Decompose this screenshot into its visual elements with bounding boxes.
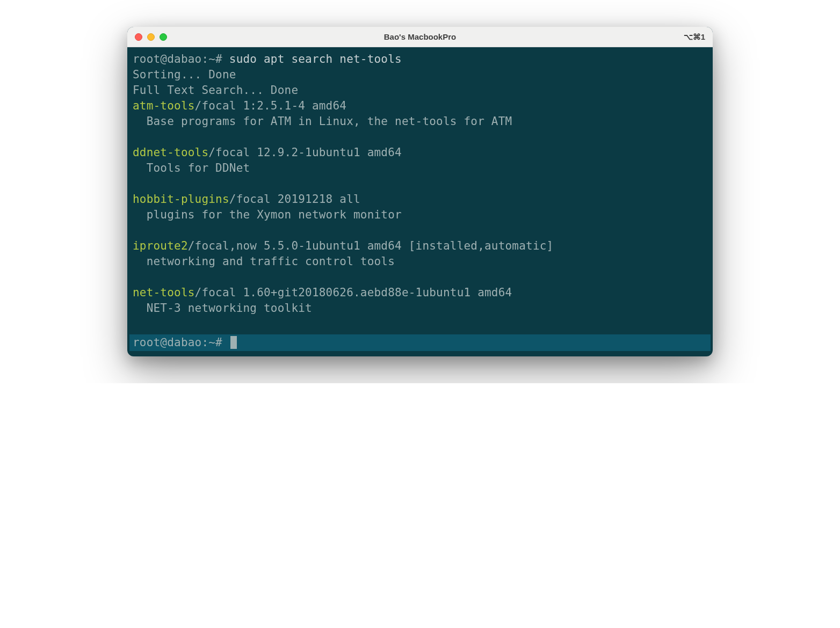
command-text: sudo apt search net-tools [229,53,402,65]
blank-line [129,176,711,192]
package-desc: NET-3 networking toolkit [129,301,711,316]
prompt-line: root@dabao:~# sudo apt search net-tools [129,52,711,67]
package-name: hobbit-plugins [133,193,229,206]
terminal-window: Bao's MacbookPro ⌥⌘1 root@dabao:~# sudo … [127,27,713,356]
blank-line [129,223,711,238]
package-line: hobbit-plugins/focal 20191218 all [129,192,711,207]
maximize-icon[interactable] [160,33,167,41]
package-name: net-tools [133,286,195,299]
package-name: ddnet-tools [133,146,208,159]
prompt: root@dabao:~# [133,53,229,65]
blank-line [129,316,711,331]
package-line: ddnet-tools/focal 12.9.2-1ubuntu1 amd64 [129,145,711,160]
terminal-body[interactable]: root@dabao:~# sudo apt search net-tools … [127,47,713,356]
package-name: atm-tools [133,99,195,112]
traffic-lights [135,33,167,41]
cursor-icon [230,336,237,349]
package-desc: networking and traffic control tools [129,254,711,269]
blank-line [129,269,711,285]
package-line: net-tools/focal 1.60+git20180626.aebd88e… [129,285,711,301]
package-desc: Base programs for ATM in Linux, the net-… [129,114,711,129]
package-line: iproute2/focal,now 5.5.0-1ubuntu1 amd64 … [129,238,711,254]
minimize-icon[interactable] [147,33,155,41]
blank-line [129,129,711,145]
window-shortcut: ⌥⌘1 [684,32,705,42]
package-name: iproute2 [133,239,188,252]
package-meta: /focal 1.60+git20180626.aebd88e-1ubuntu1… [195,286,512,299]
package-line: atm-tools/focal 1:2.5.1-4 amd64 [129,98,711,114]
close-icon[interactable] [135,33,142,41]
package-desc: plugins for the Xymon network monitor [129,207,711,223]
package-meta: /focal 1:2.5.1-4 amd64 [195,99,347,112]
package-meta: /focal 12.9.2-1ubuntu1 amd64 [208,146,402,159]
titlebar: Bao's MacbookPro ⌥⌘1 [127,27,713,47]
package-meta: /focal 20191218 all [229,193,360,206]
window-title: Bao's MacbookPro [384,32,456,41]
output-sorting: Sorting... Done [129,67,711,83]
active-prompt-row[interactable]: root@dabao:~# [129,334,711,351]
package-desc: Tools for DDNet [129,160,711,176]
prompt: root@dabao:~# [133,336,229,349]
output-fulltext: Full Text Search... Done [129,83,711,98]
package-meta: /focal,now 5.5.0-1ubuntu1 amd64 [install… [188,239,554,252]
